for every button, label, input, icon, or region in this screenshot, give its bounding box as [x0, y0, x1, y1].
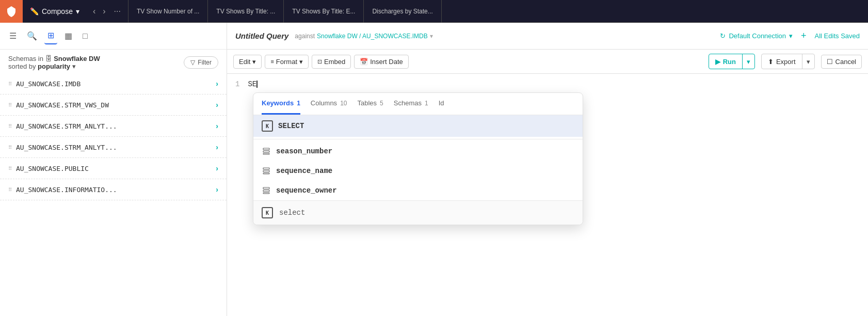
connection-dropdown-icon[interactable]: ▾: [430, 33, 433, 40]
embed-icon: ⊡: [317, 58, 322, 65]
schema-dots-icon: ⠿: [8, 81, 12, 87]
column-icon: [262, 166, 271, 176]
sorted-by-label: sorted by: [8, 62, 36, 70]
logo-icon: [5, 5, 18, 18]
schema-dots-icon: ⠿: [8, 187, 12, 193]
query-toolbar: Edit ▾ ≡ Format ▾ ⊡ Embed 📅 Insert Date …: [227, 50, 868, 74]
nav-back-button[interactable]: ‹: [90, 5, 99, 18]
svg-rect-8: [263, 193, 269, 194]
ac-tab-columns[interactable]: Columns 10: [311, 93, 347, 115]
export-button[interactable]: ⬆ Export: [762, 55, 802, 68]
schemas-label: Schemas in: [8, 55, 43, 62]
ac-item-season-text: season_number: [276, 147, 332, 155]
nav-forward-button[interactable]: ›: [100, 5, 108, 18]
sidebar-menu-button[interactable]: ☰: [6, 28, 20, 44]
logo: [0, 0, 23, 23]
add-query-button[interactable]: +: [799, 30, 809, 41]
sidebar-grid-button[interactable]: ⊞: [44, 27, 57, 44]
footer-keyword-icon: K: [262, 207, 273, 218]
edit-button[interactable]: Edit ▾: [233, 55, 262, 69]
query-against: against Snowflake DW / AU_SNOWCASE.IMDB …: [295, 33, 432, 40]
sidebar-table-button[interactable]: ▦: [61, 28, 75, 44]
connection-chevron-icon: ▾: [789, 32, 793, 40]
schema-item-imdb[interactable]: ⠿ AU_SNOWCASE.IMDB ›: [0, 73, 227, 94]
tab-tv-shows-by-title-2[interactable]: TV Shows By Title: E...: [284, 0, 364, 23]
keyword-icon: K: [262, 120, 273, 132]
filter-button[interactable]: ▽ Filter: [184, 56, 218, 69]
editor-content[interactable]: 1SE: [227, 74, 868, 94]
all-edits-saved-status: All Edits Saved: [815, 32, 860, 40]
tab-discharges-by-state[interactable]: Discharges by State...: [364, 0, 441, 23]
schema-expand-icon: ›: [216, 185, 218, 194]
svg-rect-3: [263, 168, 269, 169]
embed-button[interactable]: ⊡ Embed: [312, 55, 351, 69]
default-connection-button[interactable]: ↻ Default Connection ▾: [720, 32, 793, 40]
ac-item-sequence-owner[interactable]: sequence_owner: [253, 181, 583, 200]
schema-item-strm-anlyt-2[interactable]: ⠿ AU_SNOWCASE.STRM_ANLYT... ›: [0, 137, 227, 158]
schema-dots-icon: ⠿: [8, 145, 12, 150]
query-title: Untitled Query: [235, 31, 288, 40]
top-nav: ✏️ Compose ▾ ‹ › ··· TV Show Number of .…: [0, 0, 868, 23]
cancel-button[interactable]: ☐ Cancel: [821, 55, 862, 69]
export-icon: ⬆: [768, 58, 774, 66]
editor-area[interactable]: 1SE Keywords 1 Columns 10 Tables 5: [227, 74, 868, 316]
export-group: ⬆ Export ▾: [761, 54, 815, 69]
insert-date-button[interactable]: 📅 Insert Date: [354, 55, 409, 69]
sidebar-toolbar: ☰ 🔍 ⊞ ▦ □: [0, 23, 227, 50]
column-icon: [262, 147, 271, 156]
sidebar-search-button[interactable]: 🔍: [24, 28, 40, 44]
compose-button[interactable]: ✏️ Compose ▾: [23, 0, 87, 22]
ac-item-sequence-name-text: sequence_name: [276, 167, 332, 175]
ac-item-season-number[interactable]: season_number: [253, 141, 583, 161]
svg-rect-4: [263, 170, 269, 172]
ac-tab-keywords[interactable]: Keywords 1: [262, 93, 300, 115]
schema-name-strm-anlyt-1: AU_SNOWCASE.STRM_ANLYT...: [16, 122, 117, 130]
ac-tab-tables[interactable]: Tables 5: [357, 93, 383, 115]
export-dropdown-button[interactable]: ▾: [802, 55, 814, 68]
sidebar: ☰ 🔍 ⊞ ▦ □ Schemas in 🗄 Snowflake DW sort…: [0, 23, 227, 316]
main-layout: ☰ 🔍 ⊞ ▦ □ Schemas in 🗄 Snowflake DW sort…: [0, 23, 868, 316]
schema-name-public: AU_SNOWCASE.PUBLIC: [16, 165, 89, 172]
schema-item-strm-anlyt-1[interactable]: ⠿ AU_SNOWCASE.STRM_ANLYT... ›: [0, 116, 227, 137]
ac-item-select[interactable]: K SELECT: [253, 115, 583, 137]
svg-rect-6: [263, 187, 269, 189]
right-panel: Untitled Query against Snowflake DW / AU…: [227, 23, 868, 316]
nav-arrows: ‹ › ···: [87, 5, 128, 18]
filter-icon: ▽: [190, 59, 195, 66]
schema-list: ⠿ AU_SNOWCASE.IMDB › ⠿ AU_SNOWCASE.STRM_…: [0, 73, 227, 316]
svg-rect-5: [263, 173, 269, 174]
schema-dots-icon: ⠿: [8, 102, 12, 108]
ac-tab-schemas[interactable]: Schemas 1: [394, 93, 428, 115]
schema-item-information[interactable]: ⠿ AU_SNOWCASE.INFORMATIO... ›: [0, 179, 227, 200]
cancel-checkbox-icon: ☐: [827, 58, 833, 66]
format-dropdown-icon: ▾: [299, 58, 303, 66]
ac-tab-id[interactable]: Id: [439, 93, 444, 115]
autocomplete-dropdown: Keywords 1 Columns 10 Tables 5 Schemas 1: [253, 92, 583, 225]
run-button[interactable]: ▶ Run: [709, 55, 742, 68]
schema-expand-icon: ›: [216, 143, 218, 151]
schema-item-public[interactable]: ⠿ AU_SNOWCASE.PUBLIC ›: [0, 158, 227, 179]
ac-item-sequence-name[interactable]: sequence_name: [253, 161, 583, 181]
sort-dropdown-icon[interactable]: ▾: [72, 62, 76, 70]
schema-expand-icon: ›: [216, 164, 218, 172]
db-name: Snowflake DW: [54, 55, 100, 62]
connection-path-link[interactable]: Snowflake DW / AU_SNOWCASE.IMDB: [317, 33, 428, 40]
editor-text: SE: [248, 80, 256, 88]
run-group: ▶ Run ▾: [709, 54, 755, 69]
run-dropdown-button[interactable]: ▾: [743, 55, 754, 68]
sidebar-square-button[interactable]: □: [79, 28, 91, 44]
schema-name-imdb: AU_SNOWCASE.IMDB: [16, 80, 81, 88]
schema-item-strm-vws[interactable]: ⠿ AU_SNOWCASE.STRM_VWS_DW ›: [0, 94, 227, 116]
ac-item-sequence-owner-text: sequence_owner: [276, 186, 337, 195]
tab-tv-shows-by-title-1[interactable]: TV Shows By Title: ...: [208, 0, 284, 23]
ac-footer-text: select: [279, 209, 305, 217]
svg-rect-0: [263, 148, 269, 150]
schemas-label-group: Schemas in 🗄 Snowflake DW sorted by popu…: [8, 55, 100, 70]
ac-items-keywords: K SELECT: [253, 115, 583, 137]
format-button[interactable]: ≡ Format ▾: [265, 55, 309, 69]
run-play-icon: ▶: [715, 58, 720, 66]
nav-more-button[interactable]: ···: [110, 5, 125, 18]
schema-dots-icon: ⠿: [8, 166, 12, 171]
tab-tv-show-number[interactable]: TV Show Number of ...: [128, 0, 208, 23]
edit-dropdown-icon: ▾: [252, 58, 256, 66]
